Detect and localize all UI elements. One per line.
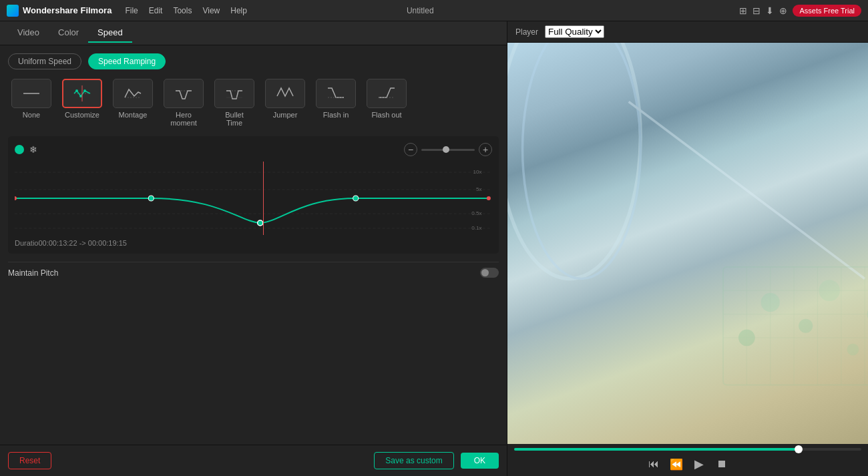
menu-bar: File Edit Tools View Help [125, 6, 247, 15]
svg-line-27 [629, 101, 865, 278]
speed-graph-svg: 10x 5x 0.5x 0.1x [15, 162, 492, 235]
playback-progress-track[interactable] [514, 448, 861, 451]
graph-toolbar: ❄ − + [15, 143, 492, 156]
share-icon[interactable]: ⊕ [779, 5, 787, 16]
speed-panel: Uniform Speed Speed Ramping None [0, 45, 507, 445]
duration-text: Duratio00:00:13:22 -> 00:00:19:15 [15, 239, 492, 247]
svg-text:10x: 10x [473, 169, 482, 175]
preset-bullet-time[interactable]: BulletTime [211, 79, 258, 127]
graph-area: ❄ − + [8, 136, 499, 254]
svg-text:0.5x: 0.5x [471, 210, 481, 216]
main-content: Video Color Speed Uniform Speed Speed Ra… [0, 21, 868, 476]
topbar: Wondershare Filmora File Edit Tools View… [0, 0, 868, 21]
preset-customize[interactable]: Customize [59, 79, 105, 127]
preset-jumper[interactable]: Jumper [262, 79, 308, 127]
download-icon[interactable]: ⬇ [766, 5, 774, 16]
playback-controls: ⏮ ⏪ ▶ ⏹ [514, 456, 861, 472]
fullscreen-icon[interactable]: ⊞ [739, 5, 747, 16]
logo-icon [7, 5, 19, 17]
zoom-slider[interactable] [421, 149, 475, 151]
svg-point-24 [487, 196, 491, 200]
speed-presets: None Customize [8, 79, 499, 127]
app-logo: Wondershare Filmora [7, 5, 112, 17]
graph-canvas[interactable]: 10x 5x 0.5x 0.1x [15, 162, 492, 235]
preset-customize-label: Customize [65, 111, 99, 119]
graph-color-dot[interactable] [15, 145, 24, 154]
preset-flash-out-icon [367, 79, 407, 108]
menu-file[interactable]: File [125, 6, 138, 15]
svg-point-25 [507, 43, 640, 279]
preset-flash-in-label: Flash in [323, 111, 349, 119]
preset-bullet-label: BulletTime [225, 111, 244, 127]
save-custom-button[interactable]: Save as custom [374, 452, 453, 469]
assets-trial-button[interactable]: Assets Free Trial [793, 5, 861, 17]
grid-icon[interactable]: ⊟ [752, 5, 761, 16]
maintain-pitch-row: Maintain Pitch [8, 262, 499, 283]
player-header: Player Full Quality 1/2 Quality 1/4 Qual… [507, 21, 868, 43]
svg-point-2 [75, 89, 78, 92]
playback-progress-fill [514, 448, 799, 451]
preset-jumper-icon [265, 79, 305, 108]
quality-select[interactable]: Full Quality 1/2 Quality 1/4 Quality [545, 25, 604, 38]
svg-point-23 [15, 196, 17, 200]
rewind-button[interactable]: ⏮ [646, 456, 662, 472]
preset-bullet-icon [214, 79, 254, 108]
preset-flash-out-label: Flash out [371, 111, 401, 119]
zoom-out-button[interactable]: − [404, 143, 417, 156]
play-button[interactable]: ▶ [691, 456, 707, 472]
left-panel: Video Color Speed Uniform Speed Speed Ra… [0, 21, 507, 476]
stop-button[interactable]: ⏹ [714, 456, 730, 472]
preset-jumper-label: Jumper [273, 111, 298, 119]
graph-zoom-control: − + [404, 143, 492, 156]
preset-montage[interactable]: Montage [110, 79, 156, 127]
toggle-knob [481, 269, 489, 276]
svg-point-32 [847, 344, 859, 356]
preset-flash-out[interactable]: Flash out [363, 79, 410, 127]
preset-none[interactable]: None [8, 79, 55, 127]
svg-point-29 [799, 319, 813, 333]
app-name: Wondershare Filmora [23, 5, 112, 15]
svg-point-26 [523, 43, 641, 279]
speed-ramping-button[interactable]: Speed Ramping [88, 53, 166, 69]
zoom-slider-thumb [443, 146, 449, 153]
preset-montage-icon [113, 79, 153, 108]
preset-hero-label: Heromoment [170, 111, 197, 127]
playback-bar: ⏮ ⏪ ▶ ⏹ [507, 444, 868, 476]
preset-montage-label: Montage [119, 111, 148, 119]
preset-flash-in-icon [316, 79, 356, 108]
preset-flash-in[interactable]: Flash in [312, 79, 359, 127]
graph-freeze-icon[interactable]: ❄ [29, 144, 37, 155]
tab-bar: Video Color Speed [0, 21, 507, 45]
svg-point-3 [79, 95, 82, 97]
maintain-pitch-toggle[interactable] [480, 268, 499, 278]
speed-mode-buttons: Uniform Speed Speed Ramping [8, 53, 499, 69]
document-title: Untitled [407, 6, 434, 15]
video-frame [507, 43, 868, 444]
reset-button[interactable]: Reset [8, 452, 51, 469]
svg-point-4 [83, 89, 86, 92]
step-back-button[interactable]: ⏪ [668, 456, 684, 472]
preset-hero-icon [164, 79, 204, 108]
video-preview [507, 43, 868, 444]
zoom-in-button[interactable]: + [479, 143, 492, 156]
tab-video[interactable]: Video [8, 23, 49, 43]
menu-edit[interactable]: Edit [149, 6, 163, 15]
menu-view[interactable]: View [202, 6, 220, 15]
svg-rect-34 [723, 267, 868, 385]
panel-actions: Reset Save as custom OK [0, 445, 507, 476]
playback-thumb [795, 445, 803, 453]
tab-speed[interactable]: Speed [88, 23, 132, 43]
svg-text:5x: 5x [476, 186, 482, 192]
ok-button[interactable]: OK [461, 453, 499, 469]
svg-point-22 [353, 196, 359, 201]
tab-color[interactable]: Color [49, 23, 88, 43]
preset-none-icon [11, 79, 51, 108]
menu-help[interactable]: Help [230, 6, 247, 15]
right-panel: Player Full Quality 1/2 Quality 1/4 Qual… [507, 21, 868, 476]
menu-tools[interactable]: Tools [173, 6, 192, 15]
preset-none-label: None [23, 111, 40, 119]
preset-hero-moment[interactable]: Heromoment [160, 79, 207, 127]
svg-text:0.1x: 0.1x [471, 225, 481, 231]
uniform-speed-button[interactable]: Uniform Speed [8, 53, 81, 69]
maintain-pitch-label: Maintain Pitch [8, 268, 58, 278]
